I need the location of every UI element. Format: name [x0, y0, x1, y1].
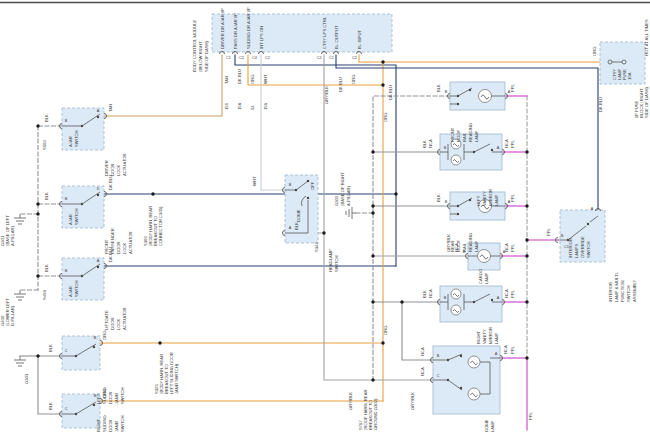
lv-pin-a: A: [497, 146, 500, 150]
bcm-box: [212, 14, 392, 52]
wire-label-nca-rv-a: NCA: [504, 289, 509, 298]
override-conn-c1: C1: [564, 245, 569, 249]
wire-label-nca-lv-b: NCA: [428, 139, 433, 148]
lift-name3: LOCK: [116, 318, 121, 330]
driver-name1: DRIVER: [104, 160, 109, 176]
dome-pin-c: C: [437, 374, 440, 378]
rear-lamp-name5: LAMP: [474, 240, 479, 252]
splice-s309-4: CONNECTOR C305): [158, 206, 163, 246]
wire-label-nca-rv-b: NCA: [428, 289, 433, 298]
wire-label-ppl-front: PPL: [510, 83, 515, 92]
circuit-tan: 159: [224, 102, 229, 110]
override-assembly3: FUNCTION: [620, 280, 625, 302]
driver-ajar-sub2: SWITCH: [74, 130, 79, 147]
wire-label-dkblu-right: DK BLU: [598, 97, 603, 112]
driver-pin-a: A: [97, 109, 100, 113]
wire-label-gryblk-3: GRY/BLK: [410, 392, 415, 410]
headlamp-dome-label: DOME: [296, 209, 301, 222]
ground-g302-3: A-PILLAR): [346, 185, 351, 206]
bcm-conn-c2: C2: [239, 56, 244, 60]
bcm-name-line3: SIDE OF DASH): [204, 40, 209, 72]
driver-ajar-sub1: AJAR: [68, 136, 73, 147]
bcm-conn-c1: C1: [226, 56, 231, 60]
rslide-name5: SWITCH: [120, 415, 125, 432]
ground-g303-symbol: [14, 356, 26, 366]
override-assembly1: INTERIOR: [608, 282, 613, 302]
pass-name5: ACTUATOR: [128, 231, 133, 254]
bcm-conn-r2: C1: [329, 56, 334, 60]
wire-label-nca-lv-a: NCA: [504, 139, 509, 148]
hot-at-all-times-label: HOT AT ALL TIMES: [644, 19, 649, 56]
right-vanity-mirror-lamp-box: [440, 286, 502, 322]
bcm-pin-driver-dr-ajar: DRIVER DR AJAR I/P: [220, 8, 225, 49]
wire-label-blk-drv: BLK: [44, 114, 49, 122]
lslide-pin-b: B: [94, 336, 97, 340]
wire-label-ppl-dome: PPL: [510, 345, 515, 354]
lslide-name4: JAMB: [114, 393, 119, 404]
wire-label-org-riser2: ORG: [383, 325, 388, 335]
override-pin-a: A: [591, 207, 594, 211]
circuit-org: 54: [250, 105, 255, 110]
ground-g301-symbol: [14, 214, 26, 224]
bcm-conn-c2b: C2: [265, 56, 270, 60]
wire-label-ppl-override: PPL: [546, 227, 551, 236]
rv-name3: MIRROR: [488, 327, 493, 344]
dome-pin-b: B: [437, 354, 440, 358]
fuse-name-line4: 10A: [627, 72, 632, 80]
wire-label-org-1: ORG: [250, 74, 255, 84]
front-lamp-name3: RAIL: [462, 132, 467, 142]
driver-name3: LOCK: [116, 164, 121, 176]
ground-g303-label: G303: [24, 373, 29, 384]
headlamp-pin-b: B: [289, 183, 292, 187]
splice-s498: S498: [42, 290, 47, 300]
wire-label-blk-rslide: BLK: [48, 402, 53, 410]
override-pin-b: B: [561, 234, 564, 238]
lift-name2: DOOR: [110, 317, 115, 330]
splice-s767-4: GROUND G302): [373, 398, 378, 430]
bcm-pin-int-lps-on: INT LPS ON: [259, 26, 264, 49]
pass-name4: LOCK: [122, 242, 127, 254]
rslide-name2: SLIDING: [102, 415, 107, 432]
override-name4: SWITCH: [586, 241, 591, 258]
bcm-pin-sliding-dr-ajar: SLIDING DR AJAR I/P: [246, 7, 251, 49]
wire-label-blk-lv: BLK: [422, 140, 427, 148]
splice-s325-5: JAMB SWITCH): [174, 363, 179, 394]
lift-pin-a: A: [97, 259, 100, 263]
bcm-name-line2: (BELOW RIGHT: [198, 41, 203, 72]
override-assembly2: LAMP & MULTI-: [614, 271, 619, 302]
wire-label-nca-dome-a: NCA: [503, 345, 508, 354]
lv-name4: LAMP: [494, 194, 499, 206]
rear-lamp-name4: READING: [468, 233, 473, 252]
wire-label-nca-cargo-a: NCA: [504, 243, 509, 252]
rv-name4: LAMP: [494, 332, 499, 344]
front-lamp-name2: ROOF: [456, 129, 461, 142]
cargo-name2: LAMP: [484, 272, 489, 284]
bcm-pin-ctsy-lps-ctrl: CTSY LPS CTRL: [322, 16, 327, 49]
override-name2: LAMPS: [574, 244, 579, 258]
wire-label-nca-dome-c: NCA: [420, 367, 425, 376]
wire-label-blk-rv: BLK: [422, 290, 427, 298]
wire-label-tan: TAN: [224, 76, 229, 84]
wire-label-dkblu-pass: DK BLU: [108, 175, 113, 190]
lift-ajar-sub1: AJAR: [68, 286, 73, 297]
rslide-pin-b: B: [94, 394, 97, 398]
ground-g302-2: (BASE OF RIGHT: [340, 172, 345, 206]
wire-label-blk-lift: BLK: [44, 264, 49, 272]
dome-name2: LAMP: [490, 420, 495, 432]
rv-pin-b: B: [444, 296, 447, 300]
bcm-pin-b-plus-output: B+ OUTPUT: [334, 25, 339, 49]
wire-label-blk-front: BLK: [436, 84, 441, 92]
splice-s342: S342: [314, 242, 319, 252]
pass-pin-b: B: [65, 197, 68, 201]
lift-name1: LIFTGATE: [104, 310, 109, 330]
rear-lamp-pin-b: B: [445, 200, 448, 204]
circuit-wht: 156: [263, 102, 268, 110]
wire-label-dkblu-out: DK BLU: [338, 77, 343, 92]
rslide-name1: RIGHT: [96, 419, 101, 432]
headlamp-off-label: OFF: [310, 181, 315, 190]
bcm-conn-r3: C2: [352, 56, 357, 60]
front-lamp-name5: LAMP: [474, 130, 479, 142]
ground-g301-3: A-PILLAR): [10, 225, 15, 246]
wire-label-blk-rear: BLK: [436, 194, 441, 202]
pass-pin-d: D: [97, 187, 100, 191]
